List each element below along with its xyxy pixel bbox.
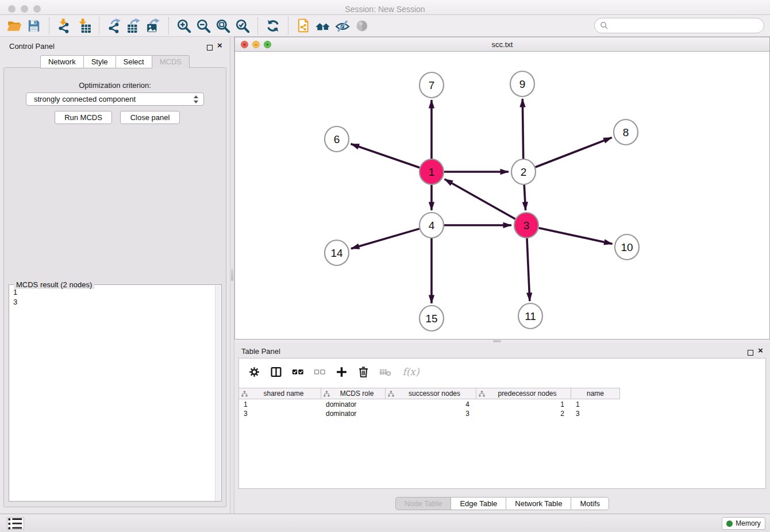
control-panel: Control Panel × NetworkStyleSelectMCDS O… [0, 37, 230, 514]
toolbar-separator [288, 17, 288, 34]
hide-selected-icon [335, 18, 350, 33]
toolbar-separator [168, 17, 169, 34]
import-network-button[interactable] [55, 17, 74, 35]
delete-columns-button[interactable] [356, 365, 370, 379]
dropdown-stepper-icon [193, 95, 199, 104]
edge-3-1[interactable] [445, 179, 515, 219]
splitter-handle[interactable] [493, 340, 501, 342]
float-icon [748, 350, 753, 356]
splitter-handle[interactable] [231, 268, 233, 281]
refresh-button[interactable] [263, 17, 283, 35]
add-column-icon [336, 366, 348, 378]
node-3[interactable]: 3 [514, 213, 538, 238]
select-all-rows-button[interactable] [291, 365, 305, 379]
edge-2-9[interactable] [522, 99, 523, 159]
edge-4-14[interactable] [351, 229, 419, 249]
tab-network-table[interactable]: Network Table [506, 497, 571, 510]
zoom-in-button[interactable] [174, 17, 194, 35]
column-header-mcds-role[interactable]: MCDS role [321, 388, 386, 399]
control-panel-float-button[interactable] [207, 43, 213, 53]
mcds-panel: Optimization criterion: strongly connect… [3, 67, 226, 507]
node-2[interactable]: 2 [511, 159, 536, 184]
svg-text:9: 9 [519, 78, 526, 90]
tab-style[interactable]: Style [83, 55, 116, 68]
node-11[interactable]: 11 [518, 303, 542, 329]
edge-2-8[interactable] [536, 137, 612, 167]
edge-3-10[interactable] [538, 228, 612, 244]
task-history-button[interactable] [7, 517, 24, 530]
open-file-button[interactable] [5, 17, 24, 35]
run-mcds-button[interactable]: Run MCDS [55, 111, 112, 124]
svg-text:10: 10 [621, 241, 633, 253]
table-tabs: Node TableEdge TableNetwork TableMotifs [234, 497, 770, 510]
add-column-button[interactable] [334, 365, 348, 379]
table-panel-float-button[interactable] [748, 348, 753, 358]
node-10[interactable]: 10 [615, 234, 639, 260]
cell-name: 1 [571, 400, 620, 409]
table-row[interactable]: 3dominator323 [239, 409, 765, 418]
mcds-result-text[interactable]: 1 3 [10, 287, 214, 500]
deselect-all-rows-button[interactable] [313, 365, 326, 379]
edge-2-3[interactable] [524, 184, 525, 210]
new-network-from-selection-button[interactable] [294, 17, 313, 35]
node-6[interactable]: 6 [325, 126, 349, 152]
zoom-out-button[interactable] [194, 17, 213, 35]
optimization-criterion-label: Optimization criterion: [4, 81, 226, 90]
node-7[interactable]: 7 [419, 72, 444, 98]
node-8[interactable]: 8 [614, 119, 638, 145]
export-table-button[interactable] [124, 17, 144, 35]
column-header-name[interactable]: name [571, 388, 620, 399]
result-scrollbar[interactable] [215, 286, 221, 501]
show-all-button[interactable] [352, 17, 372, 35]
save-session-button[interactable] [24, 17, 44, 35]
hierarchy-icon [324, 391, 331, 397]
show-columns-button[interactable] [269, 365, 283, 379]
criterion-dropdown[interactable]: strongly connected component [26, 92, 204, 106]
node-4[interactable]: 4 [419, 213, 444, 238]
control-panel-close-button[interactable]: × [217, 43, 222, 48]
export-network-button[interactable] [105, 17, 124, 35]
node-1[interactable]: 1 [419, 159, 444, 184]
network-graph-canvas[interactable]: 7968124314101511 [235, 52, 769, 339]
table-toolbar: f(x) [239, 358, 765, 385]
search-icon [600, 21, 609, 30]
control-panel-tabs: NetworkStyleSelectMCDS [0, 55, 230, 68]
vertical-splitter[interactable] [230, 37, 234, 514]
export-table-icon [126, 18, 141, 33]
function-builder-button: f(x) [400, 365, 422, 379]
hide-selected-button[interactable] [333, 17, 352, 35]
zoom-selected-button[interactable] [233, 17, 252, 35]
import-table-button[interactable] [74, 17, 94, 35]
column-header-shared-name[interactable]: shared name [239, 388, 321, 399]
cell-predecessor-nodes: 1 [476, 400, 571, 409]
tab-node-table[interactable]: Node Table [395, 497, 451, 510]
table-row[interactable]: 1dominator411 [239, 400, 765, 409]
zoom-selected-icon [235, 18, 250, 33]
cell-shared-name: 3 [239, 409, 321, 418]
tab-edge-table[interactable]: Edge Table [451, 497, 506, 510]
memory-button[interactable]: Memory [722, 517, 765, 530]
node-14[interactable]: 14 [325, 240, 349, 265]
close-panel-button[interactable]: Close panel [120, 111, 180, 124]
tab-mcds[interactable]: MCDS [152, 55, 190, 68]
zoom-fit-button[interactable] [213, 17, 233, 35]
cell-mcds-role: dominator [321, 409, 386, 418]
first-neighbors-button[interactable] [313, 17, 333, 35]
search-box[interactable] [594, 18, 764, 33]
tab-motifs[interactable]: Motifs [571, 497, 609, 510]
tab-network[interactable]: Network [40, 55, 83, 68]
edge-1-6[interactable] [351, 144, 420, 167]
table-panel-close-button[interactable]: × [758, 348, 763, 353]
node-9[interactable]: 9 [510, 71, 534, 97]
search-input[interactable] [609, 20, 764, 32]
tab-select[interactable]: Select [116, 55, 152, 68]
node-table-container: f(x) shared nameMCDS rolesuccessor nodes… [238, 358, 766, 489]
svg-text:8: 8 [623, 126, 629, 138]
edge-3-11[interactable] [527, 238, 530, 301]
hierarchy-icon [479, 391, 486, 397]
node-15[interactable]: 15 [419, 306, 444, 331]
export-image-button[interactable] [144, 17, 163, 35]
column-header-predecessor-nodes[interactable]: predecessor nodes [476, 388, 571, 399]
column-header-successor-nodes[interactable]: successor nodes [386, 388, 476, 399]
table-mode-button[interactable] [247, 365, 261, 379]
